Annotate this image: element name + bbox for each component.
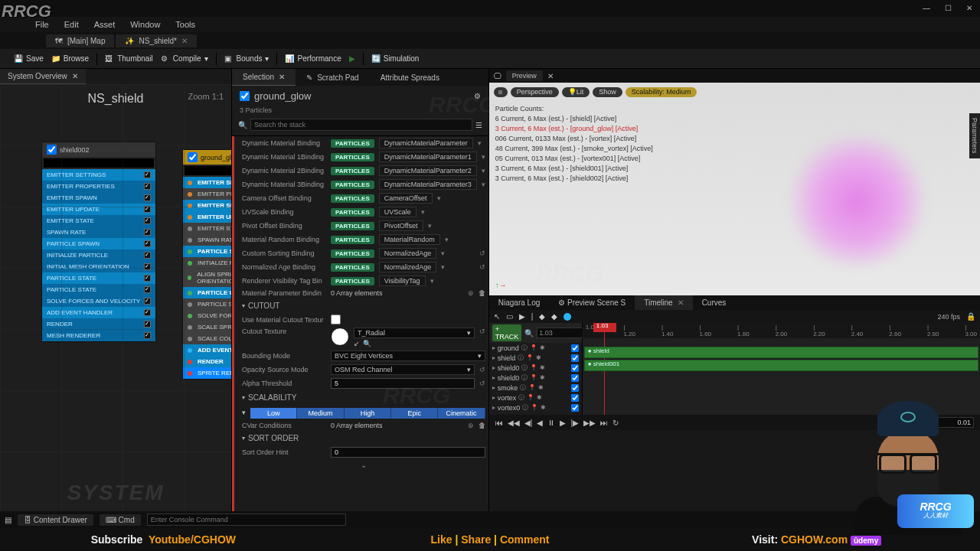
pin-icon[interactable]: 📍 xyxy=(531,404,538,411)
dock-icon[interactable]: ▤ xyxy=(5,516,11,524)
node-module[interactable]: EMITTER SETTINGS xyxy=(42,169,155,181)
step-fwd-icon[interactable]: ▶▶ xyxy=(583,419,596,427)
node-module[interactable]: SPAWN RATE xyxy=(42,227,155,238)
key-icon[interactable]: ✱ xyxy=(541,404,546,411)
timeline-clip[interactable]: ● shield001 xyxy=(584,360,978,371)
details-stack[interactable]: Dynamic Material BindingPARTICLESDynamic… xyxy=(232,136,488,528)
node-module[interactable]: INITIALIZE PARTICLE xyxy=(42,249,155,261)
emitter-node-ground-glow[interactable]: ground_glow EMITTER SETTINGSEMITTER PROP… xyxy=(182,149,231,380)
node-module[interactable]: SCALE COLOR xyxy=(183,333,231,344)
expand-icon[interactable]: ▸ xyxy=(492,404,495,411)
key-icon[interactable]: ✱ xyxy=(536,354,541,361)
info-icon[interactable]: ⓘ xyxy=(518,354,524,362)
node-module[interactable]: EMITTER SPAWN xyxy=(42,192,155,204)
close-icon[interactable]: ✕ xyxy=(72,72,78,80)
marquee-icon[interactable]: ▭ xyxy=(506,312,513,321)
info-icon[interactable]: ⓘ xyxy=(521,373,528,382)
clear-icon[interactable]: 🗑 xyxy=(479,289,485,297)
track-entry[interactable]: ▸shieldⓘ📍✱ xyxy=(489,353,582,363)
reset-icon[interactable]: ↺ xyxy=(479,263,485,271)
tab-timeline[interactable]: Timeline✕ xyxy=(635,295,692,310)
next-frame-icon[interactable]: |▶ xyxy=(570,419,579,427)
chevron-down-icon[interactable]: ▾ xyxy=(428,222,432,230)
binding-value[interactable]: DynamicMaterialParameter1 xyxy=(379,152,477,162)
expand-icon[interactable]: ▾ xyxy=(242,409,246,416)
reset-icon[interactable]: ↺ xyxy=(479,366,485,373)
bounding-mode-select[interactable]: BVC Eight Vertices▾ xyxy=(331,350,485,361)
track-visible-checkbox[interactable] xyxy=(571,344,579,352)
loop-icon[interactable]: ↻ xyxy=(612,419,619,427)
lock-icon[interactable]: 🔒 xyxy=(966,312,975,321)
node-module[interactable]: PARTICLE SPAWN xyxy=(42,238,155,249)
chevron-down-icon[interactable]: ▾ xyxy=(482,181,485,188)
node-graph[interactable]: NS_shield Zoom 1:1 SYSTEM shield002 EMIT… xyxy=(0,84,231,528)
track-entry[interactable]: ▸shield0ⓘ📍✱ xyxy=(489,373,582,383)
gear-icon[interactable]: ⚙ xyxy=(474,92,481,100)
filter-icon[interactable]: ☰ xyxy=(475,121,482,129)
node-module-sprite-renderer[interactable]: SPRITE RENDERER xyxy=(183,367,231,379)
expand-more-icon[interactable]: ⌄ xyxy=(242,459,485,471)
emitter-enable-checkbox[interactable] xyxy=(47,145,57,155)
chevron-down-icon[interactable]: ▾ xyxy=(482,167,485,174)
binding-value[interactable]: MaterialRandom xyxy=(379,234,440,245)
thumbnail-button[interactable]: 🖼Thumbnail xyxy=(105,54,153,64)
cmd-button[interactable]: ⌨ Cmd xyxy=(100,514,141,526)
node-module[interactable]: EMITTER STATE xyxy=(42,215,155,227)
info-icon[interactable]: ⓘ xyxy=(520,383,526,392)
node-module[interactable]: SOLVE FORCES AND VELOCITY xyxy=(42,295,155,307)
binding-value[interactable]: DynamicMaterialParameter2 xyxy=(379,165,477,176)
node-module[interactable]: EMITTER SPAWN xyxy=(183,200,231,211)
node-module[interactable]: EMITTER STATE xyxy=(183,223,231,234)
clear-icon[interactable]: 🗑 xyxy=(479,422,485,429)
search-stack-input[interactable] xyxy=(250,119,472,131)
expand-icon[interactable]: ▸ xyxy=(492,344,495,351)
selection-enable-checkbox[interactable] xyxy=(240,91,250,101)
alpha-threshold-input[interactable] xyxy=(331,378,475,389)
key-icon[interactable]: ◆ xyxy=(551,312,557,321)
node-module[interactable]: INITIALIZE PARTICLE xyxy=(183,257,231,269)
scalability-level-low[interactable]: Low xyxy=(250,408,297,419)
preview-viewport[interactable]: ≡ Perspective 💡Lit Show Scalability: Med… xyxy=(489,83,980,295)
chevron-down-icon[interactable]: ▾ xyxy=(482,153,485,161)
content-drawer-button[interactable]: 🗄 Content Drawer xyxy=(18,514,93,526)
node-module[interactable]: EMITTER SETTINGS xyxy=(183,177,231,188)
to-start-icon[interactable]: ⏮ xyxy=(495,419,503,427)
tab-selection[interactable]: Selection✕ xyxy=(232,69,296,86)
chip-perspective[interactable]: Perspective xyxy=(511,87,559,97)
node-module[interactable]: SOLVE FORCES AND VELOCITY xyxy=(183,310,231,321)
scalability-level-high[interactable]: High xyxy=(345,408,391,419)
section-scalability[interactable]: SCALABILITY xyxy=(242,390,485,405)
opacity-source-select[interactable]: OSM Red Channel▾ xyxy=(331,364,475,375)
node-module[interactable]: PARTICLE UPDATE xyxy=(183,287,231,298)
close-icon[interactable]: ✕ xyxy=(547,72,554,80)
binding-value[interactable]: DynamicMaterialParameter3 xyxy=(379,179,477,190)
use-cutout-checkbox[interactable] xyxy=(331,315,341,324)
track-visible-checkbox[interactable] xyxy=(571,394,579,402)
browse-button[interactable]: 📁Browse xyxy=(51,54,89,64)
chevron-down-icon[interactable]: ▾ xyxy=(204,54,208,63)
tab-scratch-pad[interactable]: ✎Scratch Pad xyxy=(296,69,369,86)
pin-icon[interactable]: 📍 xyxy=(530,344,537,351)
timeline-clip[interactable]: ● shield xyxy=(584,347,978,358)
compile-button[interactable]: ⚙Compile▾ xyxy=(161,54,208,64)
section-sort-order[interactable]: SORT ORDER xyxy=(242,431,485,445)
binding-value[interactable]: NormalizedAge xyxy=(379,248,437,259)
info-icon[interactable]: ⓘ xyxy=(518,393,524,402)
chevron-down-icon[interactable]: ▾ xyxy=(441,263,445,271)
reset-icon[interactable]: ↺ xyxy=(479,380,485,387)
pause-icon[interactable]: ⏸ xyxy=(547,419,555,427)
tab-preview-scene[interactable]: ⚙ Preview Scene S xyxy=(549,295,635,310)
snap-toggle[interactable] xyxy=(564,313,571,321)
node-module[interactable]: RENDER xyxy=(42,318,155,330)
node-module[interactable]: INITIAL MESH ORIENTATION xyxy=(42,261,155,272)
chevron-down-icon[interactable]: ▾ xyxy=(478,139,482,147)
track-entry[interactable]: ▸smokeⓘ📍✱ xyxy=(489,383,582,393)
node-module[interactable]: EMITTER UPDATE xyxy=(183,211,231,223)
node-module[interactable]: PARTICLE STATE xyxy=(42,284,155,295)
to-end-icon[interactable]: ⏭ xyxy=(600,419,608,427)
key-icon[interactable]: ◆ xyxy=(539,312,545,321)
track-entry[interactable]: ▸shield0ⓘ📍✱ xyxy=(489,363,582,373)
track-entry[interactable]: ▸vortex0ⓘ📍✱ xyxy=(489,403,582,412)
track-visible-checkbox[interactable] xyxy=(571,374,579,382)
chevron-down-icon[interactable]: ▾ xyxy=(421,208,425,216)
